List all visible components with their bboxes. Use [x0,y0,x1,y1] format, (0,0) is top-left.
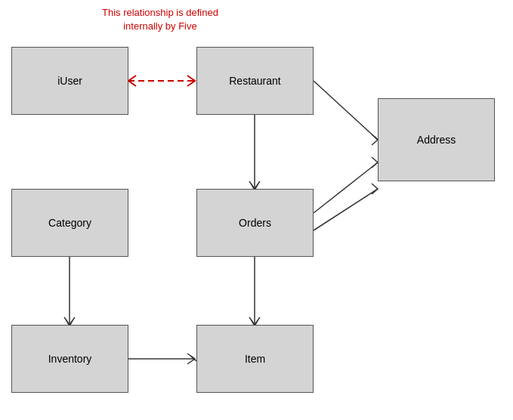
svg-line-1 [314,81,378,140]
entity-restaurant: Restaurant [196,47,314,115]
entity-category: Category [11,189,128,257]
annotation-text: This relationship is defined internally … [102,6,218,33]
entity-iUser: iUser [11,47,128,115]
entity-address: Address [378,98,495,181]
svg-line-6 [314,162,378,213]
entity-inventory: Inventory [11,325,128,393]
entity-item: Item [196,325,314,393]
svg-line-7 [314,189,378,230]
svg-line-15 [190,356,196,361]
entity-orders: Orders [196,189,314,257]
diagram-container: This relationship is defined internally … [0,0,513,420]
